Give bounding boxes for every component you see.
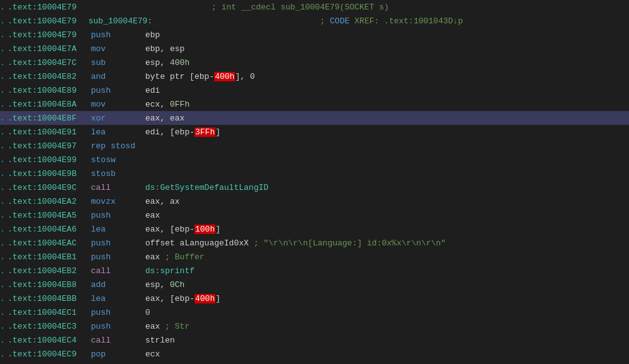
mnem-4: sub [88, 58, 145, 68]
line-8: . .text:10004E8F xor eax, eax [0, 111, 629, 125]
addr-21: .text:10004EBB [8, 294, 88, 303]
dot-3: . [0, 44, 8, 54]
line-17: . .text:10004EAC push offset aLanguageId… [0, 236, 629, 250]
dot-16: . [0, 225, 8, 234]
line-3: . .text:10004E7A mov ebp, esp [0, 42, 629, 56]
addr-11: .text:10004E99 [8, 155, 88, 165]
addr-17: .text:10004EAC [8, 238, 88, 248]
ops-20: esp, 0Ch [145, 280, 629, 290]
dot-9: . [0, 127, 8, 137]
ops-1: sub_10004E79: ; CODE XREF: .text:1001043… [88, 16, 629, 26]
ops-2: ebp [145, 30, 629, 40]
ops-9: edi, [ebp-3FFh] [145, 127, 629, 137]
red-400h-1: 400h [214, 72, 235, 81]
ops-16: eax, [ebp-100h] [145, 225, 629, 234]
addr-6: .text:10004E89 [8, 86, 88, 95]
code-view: . .text:10004E79 ; int __cdecl sub_10004… [0, 0, 629, 364]
mnem-5: and [88, 72, 145, 81]
line-18: . .text:10004EB1 push eax ; Buffer [0, 250, 629, 264]
ops-14: eax, ax [145, 197, 629, 206]
addr-13: .text:10004E9C [8, 183, 88, 192]
dot-4: . [0, 58, 8, 68]
addr-25: .text:10004EC9 [8, 349, 88, 359]
mnem-16: lea [88, 225, 145, 234]
ops-19: ds:sprintf [145, 266, 629, 276]
line-4: . .text:10004E7C sub esp, 400h [0, 56, 629, 69]
ops-15: eax [145, 211, 629, 220]
line-19: . .text:10004EB2 call ds:sprintf [0, 264, 629, 278]
addr-22: .text:10004EC1 [8, 308, 88, 317]
dot-23: . [0, 322, 8, 331]
line-15: . .text:10004EA5 push eax [0, 208, 629, 222]
line-24: . .text:10004EC4 call strlen [0, 333, 629, 347]
ops-4: esp, 400h [145, 58, 629, 68]
line-1: . .text:10004E79 sub_10004E79: ; CODE XR… [0, 14, 629, 28]
dot-22: . [0, 308, 8, 317]
mnem-3: mov [88, 44, 145, 54]
dot-21: . [0, 294, 8, 303]
dot-17: . [0, 238, 8, 248]
mnem-23: push [88, 322, 145, 331]
addr-18: .text:10004EB1 [8, 252, 88, 262]
line-20: . .text:10004EB8 add esp, 0Ch [0, 278, 629, 291]
ops-25: ecx [145, 349, 629, 359]
dot-5: . [0, 72, 8, 81]
addr-16: .text:10004EA6 [8, 225, 88, 234]
mnem-19: call [88, 266, 145, 276]
ops-13: ds:GetSystemDefaultLangID [145, 183, 629, 192]
line-7: . .text:10004E8A mov ecx, 0FFh [0, 97, 629, 111]
dot-25: . [0, 349, 8, 359]
mnem-25: pop [88, 349, 145, 359]
dot-20: . [0, 280, 8, 290]
addr-24: .text:10004EC4 [8, 336, 88, 345]
addr-8: .text:10004E8F [8, 114, 88, 123]
line-25: . .text:10004EC9 pop ecx [0, 347, 629, 361]
line-16: . .text:10004EA6 lea eax, [ebp-100h] [0, 222, 629, 236]
mnem-10: rep stosd [88, 141, 145, 151]
ops-18: eax ; Buffer [145, 252, 629, 262]
line-12: . .text:10004E9B stosb [0, 167, 629, 180]
red-400h-2: 400h [195, 294, 215, 303]
mnem-12: stosb [88, 169, 145, 179]
mnem-24: call [88, 336, 145, 345]
mnem-7: mov [88, 100, 145, 109]
dot-13: . [0, 183, 8, 192]
mnem-2: push [88, 30, 145, 40]
addr-23: .text:10004EC3 [8, 322, 88, 331]
line-21: . .text:10004EBB lea eax, [ebp-400h] [0, 291, 629, 305]
line-23: . .text:10004EC3 push eax ; Str [0, 319, 629, 333]
dot-6: . [0, 86, 8, 95]
addr-19: .text:10004EB2 [8, 266, 88, 276]
mnem-11: stosw [88, 155, 145, 165]
dot-10: . [0, 141, 8, 151]
dot-12: . [0, 169, 8, 179]
ops-8: eax, eax [145, 114, 629, 123]
ops-6: edi [145, 86, 629, 95]
dot-7: . [0, 100, 8, 109]
ops-17: offset aLanguageId0xX ; "\r\n\r\n[Langua… [145, 238, 629, 248]
addr-15: .text:10004EA5 [8, 211, 88, 220]
ops-0: ; int __cdecl sub_10004E79(SOCKET s) [88, 3, 629, 12]
dot-8: . [0, 114, 8, 123]
dot-0: . [0, 3, 8, 12]
mnem-15: push [88, 211, 145, 220]
line-10: . .text:10004E97 rep stosd [0, 139, 629, 153]
mnem-6: push [88, 86, 145, 95]
dot-18: . [0, 252, 8, 262]
addr-4: .text:10004E7C [8, 58, 88, 68]
mnem-21: lea [88, 294, 145, 303]
addr-10: .text:10004E97 [8, 141, 88, 151]
line-5: . .text:10004E82 and byte ptr [ebp-400h]… [0, 69, 629, 83]
ops-5: byte ptr [ebp-400h], 0 [145, 72, 629, 81]
ops-22: 0 [145, 308, 629, 317]
addr-7: .text:10004E8A [8, 100, 88, 109]
mnem-8: xor [88, 114, 145, 123]
mnem-20: add [88, 280, 145, 290]
ops-24: strlen [145, 336, 629, 345]
mnem-9: lea [88, 127, 145, 137]
line-2: . .text:10004E79 push ebp [0, 28, 629, 42]
mnem-18: push [88, 252, 145, 262]
mnem-14: movzx [88, 197, 145, 206]
line-9: . .text:10004E91 lea edi, [ebp-3FFh] [0, 125, 629, 139]
line-6: . .text:10004E89 push edi [0, 83, 629, 97]
